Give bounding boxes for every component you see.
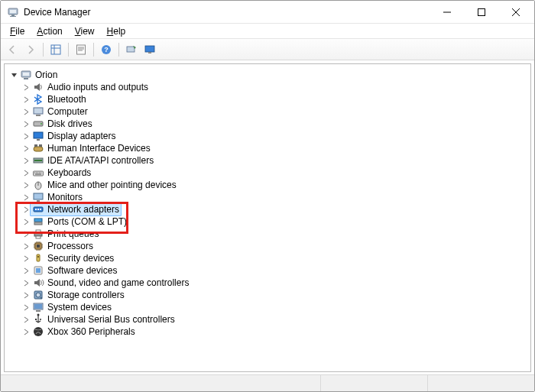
chevron-right-icon[interactable]	[21, 168, 31, 177]
chevron-right-icon[interactable]	[21, 278, 31, 287]
chevron-right-icon[interactable]	[21, 144, 31, 153]
chevron-right-icon[interactable]	[21, 241, 31, 251]
device-tree-pane[interactable]: Orion Audio inputs and outputsBluetoothC…	[4, 63, 531, 372]
tree-item[interactable]: Human Interface Devices	[21, 142, 530, 154]
tree-item[interactable]: System devices	[21, 301, 530, 313]
chevron-right-icon[interactable]	[21, 119, 31, 128]
svg-rect-28	[34, 193, 43, 199]
svg-rect-22	[34, 144, 37, 147]
tree-item[interactable]: Display adapters	[21, 130, 530, 142]
svg-rect-16	[36, 115, 41, 116]
security-icon	[32, 252, 44, 264]
tree-item[interactable]: Mice and other pointing devices	[21, 179, 530, 191]
chevron-right-icon[interactable]	[21, 327, 31, 336]
svg-rect-32	[37, 209, 39, 210]
menu-file[interactable]: File	[4, 24, 31, 38]
tree-root[interactable]: Orion	[9, 69, 530, 81]
tree-item[interactable]: Keyboards	[21, 167, 530, 179]
svg-rect-6	[77, 45, 86, 54]
menu-view-label: iew	[81, 26, 95, 37]
tree-item[interactable]: Security devices	[21, 252, 530, 264]
disclosure-icon[interactable]	[9, 70, 18, 79]
close-button[interactable]	[498, 1, 533, 24]
menu-action-label: ction	[43, 26, 62, 37]
tree-item-labelwrap: Disk drives	[32, 118, 92, 130]
svg-rect-44	[36, 268, 41, 273]
toolbar-back-button[interactable]	[4, 41, 21, 58]
svg-rect-35	[34, 222, 42, 225]
tree-item-labelwrap: Monitors	[32, 191, 83, 203]
chevron-right-icon[interactable]	[21, 254, 31, 263]
toolbar-forward-button[interactable]	[22, 41, 39, 58]
device-manager-window: Device Manager File Action View Help	[0, 0, 535, 392]
tree-item[interactable]: Xbox 360 Peripherals	[21, 326, 530, 338]
menu-help[interactable]: Help	[101, 24, 132, 38]
minimize-button[interactable]	[430, 1, 464, 24]
tree-item-label: Network adapters	[47, 203, 119, 215]
svg-rect-1	[10, 10, 16, 13]
toolbar-separator	[118, 43, 119, 57]
tree-item[interactable]: Disk drives	[21, 118, 530, 130]
menu-view[interactable]: View	[69, 24, 101, 38]
tree-item-labelwrap: IDE ATA/ATAPI controllers	[32, 154, 154, 167]
chevron-right-icon[interactable]	[21, 303, 31, 312]
chevron-right-icon[interactable]	[21, 95, 31, 104]
toolbar-scan-button[interactable]	[123, 41, 140, 58]
tree-root-label: Orion	[35, 69, 57, 81]
device-tree: Orion Audio inputs and outputsBluetoothC…	[5, 64, 530, 342]
svg-point-53	[34, 327, 43, 336]
chevron-right-icon[interactable]	[21, 107, 31, 116]
tree-item-labelwrap: Keyboards	[32, 167, 91, 179]
tree-item[interactable]: Ports (COM & LPT)	[21, 215, 530, 228]
svg-rect-15	[34, 108, 43, 114]
toolbar-monitor-button[interactable]	[141, 41, 158, 58]
toolbar-help-button[interactable]: ?	[98, 41, 115, 58]
tree-item[interactable]: IDE ATA/ATAPI controllers	[21, 154, 530, 167]
tree-item-label: Storage controllers	[47, 289, 125, 301]
chevron-right-icon[interactable]	[21, 229, 31, 238]
tree-item[interactable]: Processors	[21, 240, 530, 252]
ide-icon	[32, 154, 44, 167]
tree-item[interactable]: Print queues	[21, 228, 530, 240]
tree-item[interactable]: Software devices	[21, 264, 530, 277]
chevron-right-icon[interactable]	[21, 290, 31, 300]
tree-item-labelwrap: Processors	[32, 240, 93, 252]
maximize-button[interactable]	[464, 1, 498, 24]
tree-item[interactable]: Storage controllers	[21, 289, 530, 301]
chevron-right-icon[interactable]	[21, 217, 31, 226]
tree-item[interactable]: Audio inputs and outputs	[21, 81, 530, 93]
svg-rect-21	[34, 147, 43, 151]
chevron-right-icon[interactable]	[21, 193, 31, 202]
tree-item[interactable]: Network adapters	[21, 203, 530, 215]
app-icon	[7, 6, 19, 18]
chevron-right-icon[interactable]	[21, 131, 31, 141]
svg-rect-41	[37, 254, 40, 261]
tree-item[interactable]: Sound, video and game controllers	[21, 277, 530, 289]
chevron-right-icon[interactable]	[21, 266, 31, 275]
tree-item[interactable]: Universal Serial Bus controllers	[21, 313, 530, 326]
tree-item-label: Mice and other pointing devices	[47, 179, 177, 191]
tree-item[interactable]: Bluetooth	[21, 93, 530, 105]
chevron-right-icon[interactable]	[21, 156, 31, 165]
toolbar-properties-button[interactable]	[73, 41, 89, 58]
printer-icon	[32, 228, 44, 240]
tree-item[interactable]: Monitors	[21, 191, 530, 203]
chevron-right-icon[interactable]	[21, 83, 31, 92]
tree-item-labelwrap: Mice and other pointing devices	[32, 179, 177, 191]
menu-help-label: elp	[113, 26, 125, 37]
tree-item-labelwrap: Computer	[32, 105, 88, 118]
status-cell	[320, 375, 427, 391]
chevron-right-icon[interactable]	[21, 315, 31, 324]
computer-root-icon	[20, 69, 32, 81]
tree-item[interactable]: Computer	[21, 105, 530, 118]
toolbar-separator	[68, 43, 69, 57]
svg-rect-4	[478, 8, 485, 15]
xbox-icon	[32, 326, 44, 338]
chevron-right-icon[interactable]	[21, 180, 31, 190]
software-icon	[32, 264, 44, 277]
toolbar-show-connection-button[interactable]	[47, 41, 64, 58]
tree-item-labelwrap: Print queues	[32, 228, 99, 240]
svg-rect-2	[11, 15, 15, 16]
disk-icon	[32, 118, 44, 130]
menu-action[interactable]: Action	[31, 24, 68, 38]
